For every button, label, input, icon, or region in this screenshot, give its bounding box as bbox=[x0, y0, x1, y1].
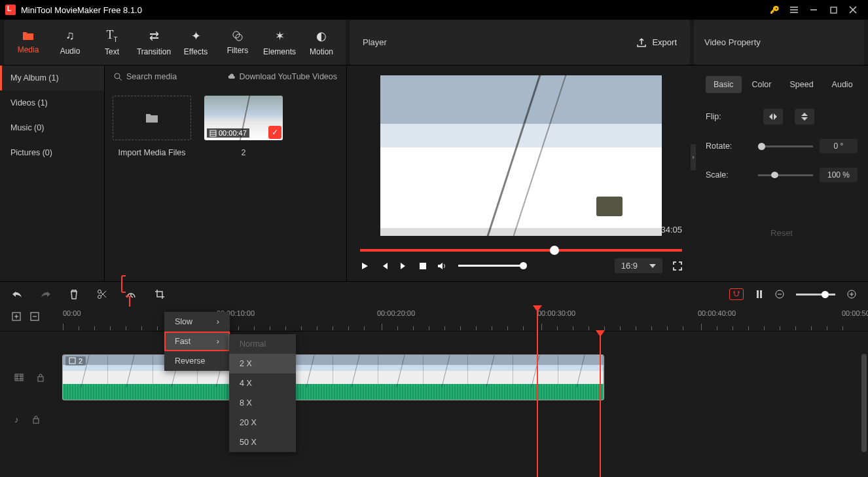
close-button[interactable] bbox=[843, 0, 863, 20]
maximize-button[interactable] bbox=[823, 0, 843, 20]
film-icon bbox=[209, 130, 217, 137]
player-label: Player bbox=[363, 37, 387, 47]
app-logo-icon bbox=[5, 5, 16, 15]
seek-bar[interactable] bbox=[360, 249, 682, 252]
zoom-slider[interactable] bbox=[796, 294, 835, 296]
split-button[interactable] bbox=[97, 289, 107, 299]
tool-audio[interactable]: ♫ Audio bbox=[50, 23, 90, 62]
export-button[interactable]: Export bbox=[636, 37, 677, 48]
import-label: Import Media Files bbox=[118, 148, 186, 157]
svg-rect-9 bbox=[760, 290, 762, 298]
svg-point-7 bbox=[98, 296, 101, 299]
main-toolbar: Media ♫ Audio TT Text ⇄ Transition ✦ Eff… bbox=[0, 20, 868, 66]
property-header: Video Property bbox=[694, 20, 864, 65]
reset-button[interactable]: Reset bbox=[706, 221, 858, 244]
sidebar-item-myalbum[interactable]: My Album (1) bbox=[0, 66, 104, 90]
timeline-clip[interactable]: 2 bbox=[63, 355, 604, 400]
tool-elements[interactable]: ✶ Elements bbox=[259, 23, 300, 62]
player-header: Player Export bbox=[350, 20, 690, 65]
undo-button[interactable] bbox=[12, 290, 22, 299]
tool-filters[interactable]: Filters bbox=[217, 23, 258, 62]
tab-color[interactable]: Color bbox=[744, 76, 780, 93]
speed-fast-submenu: Normal 2 X 4 X 8 X 20 X 50 X bbox=[229, 334, 296, 452]
scale-value[interactable]: 100 % bbox=[820, 168, 858, 182]
redo-button[interactable] bbox=[41, 290, 51, 299]
fullscreen-button[interactable] bbox=[673, 261, 682, 271]
svg-rect-16 bbox=[69, 358, 75, 364]
hamburger-menu-icon[interactable] bbox=[784, 0, 804, 20]
video-preview[interactable] bbox=[380, 75, 662, 236]
delete-button[interactable] bbox=[69, 289, 79, 299]
search-media-input[interactable]: Search media bbox=[114, 72, 221, 81]
tab-basic[interactable]: Basic bbox=[706, 76, 742, 93]
crop-button[interactable] bbox=[154, 289, 165, 299]
speed-button[interactable] bbox=[126, 278, 136, 310]
zoom-out-button[interactable] bbox=[775, 290, 784, 299]
rotate-slider[interactable] bbox=[758, 145, 813, 147]
speed-slow[interactable]: Slow› bbox=[164, 312, 230, 332]
timeline-ruler[interactable]: 00:00 00:00:10:00 00:00:20:00 00:00:30:0… bbox=[0, 307, 868, 332]
app-title: MiniTool MovieMaker Free 8.1.0 bbox=[21, 5, 765, 15]
collapse-handle[interactable]: › bbox=[691, 144, 696, 170]
flip-horizontal-button[interactable] bbox=[763, 109, 783, 124]
track-view-button[interactable] bbox=[755, 290, 763, 299]
video-track: 2 bbox=[0, 351, 868, 404]
svg-point-1 bbox=[233, 31, 240, 38]
speed-8x[interactable]: 8 X bbox=[229, 393, 296, 413]
tool-transition[interactable]: ⇄ Transition bbox=[134, 23, 174, 62]
sidebar-item-music[interactable]: Music (0) bbox=[0, 115, 104, 140]
speed-4x[interactable]: 4 X bbox=[229, 373, 296, 393]
tool-media[interactable]: Media bbox=[8, 23, 48, 62]
sidebar-item-pictures[interactable]: Pictures (0) bbox=[0, 140, 104, 165]
lock-icon[interactable] bbox=[32, 415, 40, 424]
svg-point-3 bbox=[115, 73, 120, 79]
volume-button[interactable] bbox=[437, 261, 448, 271]
speed-50x[interactable]: 50 X bbox=[229, 432, 296, 452]
tool-categories: Media ♫ Audio TT Text ⇄ Transition ✦ Eff… bbox=[4, 20, 346, 65]
download-youtube-button[interactable]: Download YouTube Videos bbox=[226, 72, 337, 81]
lock-icon[interactable] bbox=[37, 373, 45, 382]
search-icon bbox=[114, 73, 122, 81]
media-clip[interactable]: 00:00:47 ✓ bbox=[204, 96, 283, 140]
speed-reverse[interactable]: Reverse bbox=[164, 351, 230, 371]
audio-track: ♪ bbox=[0, 404, 868, 435]
seek-thumb[interactable] bbox=[550, 246, 559, 255]
media-library: Search media Download YouTube Videos Imp… bbox=[105, 66, 347, 281]
speed-fast[interactable]: Fast› bbox=[164, 332, 230, 351]
speed-2x[interactable]: 2 X bbox=[229, 354, 296, 373]
vertical-scrollbar[interactable] bbox=[861, 354, 867, 452]
rotate-value[interactable]: 0 ° bbox=[820, 139, 858, 153]
tab-speed[interactable]: Speed bbox=[782, 76, 821, 93]
playhead-line[interactable] bbox=[600, 332, 601, 477]
add-track-button[interactable] bbox=[12, 312, 21, 321]
prev-frame-button[interactable] bbox=[380, 261, 389, 271]
property-panel: › Basic Color Speed Audio Flip: Rotate: … bbox=[695, 66, 868, 281]
timeline-toolbar bbox=[0, 282, 868, 307]
svg-rect-0 bbox=[831, 7, 837, 13]
tool-text[interactable]: TT Text bbox=[92, 23, 132, 62]
flip-vertical-button[interactable] bbox=[795, 109, 814, 124]
filter-icon bbox=[232, 30, 244, 42]
playhead[interactable] bbox=[537, 307, 538, 477]
svg-rect-14 bbox=[15, 374, 23, 381]
tool-motion[interactable]: ◐ Motion bbox=[301, 23, 342, 62]
folder-icon bbox=[145, 112, 159, 124]
volume-slider[interactable] bbox=[458, 265, 524, 267]
aspect-ratio-select[interactable]: 16:9 bbox=[615, 258, 662, 273]
svg-rect-17 bbox=[33, 419, 39, 423]
play-button[interactable] bbox=[360, 261, 369, 271]
import-media-button[interactable] bbox=[113, 96, 191, 140]
remove-track-button[interactable] bbox=[30, 312, 39, 321]
minimize-button[interactable] bbox=[804, 0, 823, 20]
tab-audio[interactable]: Audio bbox=[824, 76, 861, 93]
sidebar-item-videos[interactable]: Videos (1) bbox=[0, 90, 104, 115]
folder-icon bbox=[22, 31, 35, 41]
license-key-icon[interactable] bbox=[765, 0, 784, 20]
tool-effects[interactable]: ✦ Effects bbox=[175, 23, 216, 62]
scale-slider[interactable] bbox=[758, 174, 813, 176]
next-frame-button[interactable] bbox=[399, 261, 408, 271]
speed-20x[interactable]: 20 X bbox=[229, 413, 296, 432]
stop-button[interactable] bbox=[419, 262, 427, 270]
snap-button[interactable] bbox=[729, 288, 744, 300]
zoom-in-button[interactable] bbox=[847, 290, 856, 299]
